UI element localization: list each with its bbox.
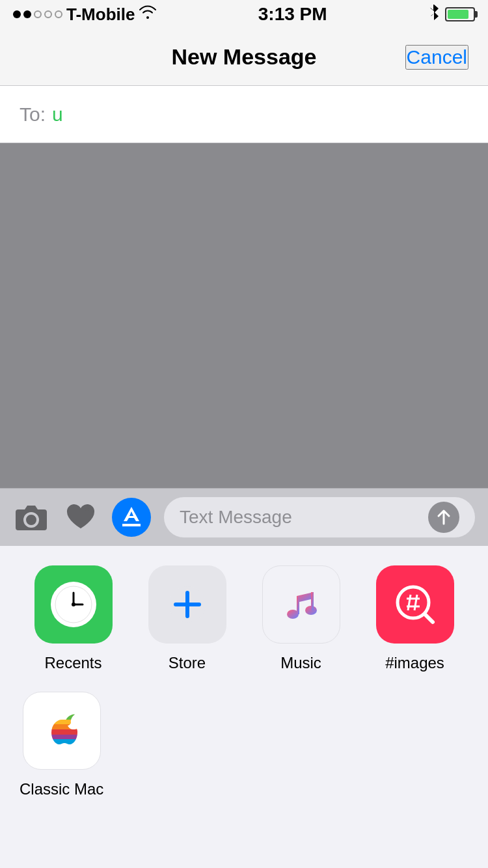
svg-line-18 (414, 595, 417, 610)
app-item-store[interactable]: Store (133, 565, 241, 672)
apple-logo-icon (39, 708, 85, 753)
message-input-area[interactable]: Text Message (164, 497, 475, 537)
to-field-row: To: u (0, 86, 488, 143)
clock-face (51, 582, 96, 627)
signal-dot-4 (44, 10, 52, 18)
message-body-area[interactable] (0, 143, 488, 488)
signal-dot-3 (34, 10, 42, 18)
app-item-recents[interactable]: Recents (20, 565, 127, 672)
store-label: Store (169, 654, 206, 672)
to-input-value[interactable]: u (52, 103, 468, 126)
app-item-music[interactable]: Music (247, 565, 355, 672)
music-note-icon (278, 582, 324, 627)
store-app-icon[interactable] (148, 565, 226, 644)
camera-button[interactable] (13, 499, 49, 536)
svg-point-6 (72, 603, 75, 606)
battery-indicator (445, 7, 475, 21)
clock-svg (54, 585, 93, 624)
signal-dot-5 (55, 10, 62, 18)
status-right (428, 4, 475, 25)
status-left: T-Mobile (13, 5, 157, 25)
digital-touch-button[interactable] (62, 499, 99, 536)
cancel-button[interactable]: Cancel (405, 45, 468, 70)
apps-row2: Classic Mac (20, 692, 468, 798)
svg-line-17 (408, 595, 411, 610)
music-label: Music (280, 654, 321, 672)
battery-icon (445, 7, 475, 21)
app-item-images[interactable]: #images (361, 565, 468, 672)
images-label: #images (385, 654, 444, 672)
search-hashtag-icon (392, 582, 438, 627)
status-bar: T-Mobile 3:13 PM (0, 0, 488, 29)
signal-dot-1 (13, 10, 21, 18)
carrier-label: T-Mobile (66, 5, 135, 25)
bluetooth-icon (428, 4, 440, 25)
send-button[interactable] (428, 502, 459, 533)
apps-grid: Recents Store (20, 565, 468, 672)
message-toolbar: Text Message (0, 488, 488, 545)
app-store-icon (118, 504, 144, 530)
store-plus-icon (168, 585, 207, 624)
app-store-button[interactable] (112, 498, 151, 537)
wifi-icon (139, 5, 157, 23)
signal-indicator (13, 10, 62, 18)
heart-icon (65, 503, 96, 532)
navigation-bar: New Message Cancel (0, 29, 488, 86)
recents-label: Recents (44, 654, 102, 672)
to-label: To: (20, 103, 46, 126)
page-title: New Message (172, 44, 317, 70)
message-placeholder: Text Message (180, 507, 292, 528)
music-app-icon[interactable] (262, 565, 340, 644)
send-arrow-icon (435, 508, 453, 526)
camera-icon (14, 503, 48, 532)
signal-dot-2 (23, 10, 31, 18)
status-time: 3:13 PM (258, 4, 327, 25)
svg-rect-11 (297, 596, 299, 614)
classic-mac-label: Classic Mac (20, 780, 103, 798)
recents-app-icon[interactable] (34, 565, 113, 644)
battery-fill (448, 10, 468, 19)
svg-rect-13 (311, 592, 314, 610)
app-item-classic-mac[interactable]: Classic Mac (20, 692, 103, 798)
classic-mac-app-icon[interactable] (23, 692, 101, 770)
svg-line-19 (425, 614, 433, 622)
images-app-icon[interactable] (376, 565, 454, 644)
apps-panel: Recents Store (0, 545, 488, 811)
